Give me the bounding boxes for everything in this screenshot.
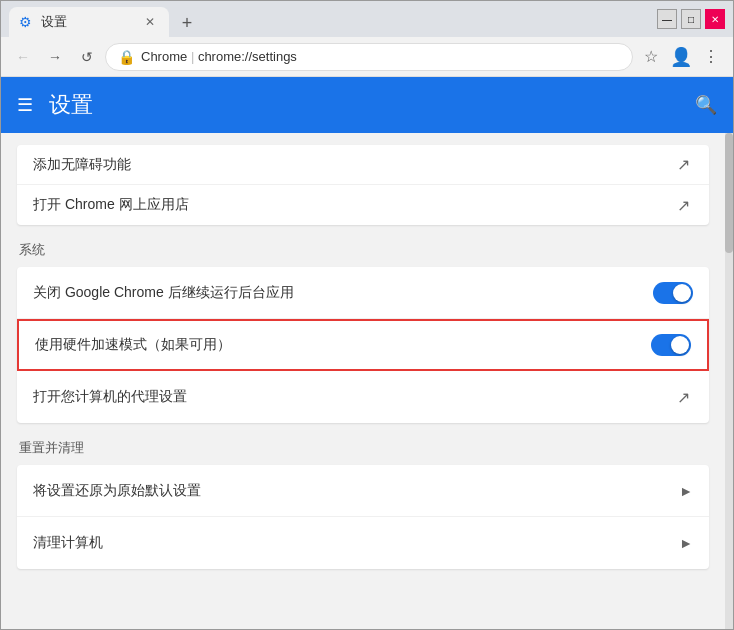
proxy-external-link: ↗ <box>673 387 693 407</box>
url-text: chrome://settings <box>198 49 297 64</box>
background-apps-text: 关闭 Google Chrome 后继续运行后台应用 <box>33 284 653 302</box>
system-section-label: 系统 <box>17 241 709 259</box>
omnibox-security-icon: 🔒 <box>118 49 135 65</box>
window-controls: — □ ✕ <box>657 9 725 29</box>
menu-button[interactable]: ⋮ <box>697 43 725 71</box>
cleanup-computer-text: 清理计算机 <box>33 534 679 552</box>
account-icon: 👤 <box>670 46 692 68</box>
add-accessibility-row[interactable]: 添加无障碍功能 ↗ <box>17 145 709 185</box>
open-webstore-text: 打开 Chrome 网上应用店 <box>33 196 673 214</box>
restore-defaults-row[interactable]: 将设置还原为原始默认设置 ► <box>17 465 709 517</box>
reload-icon: ↺ <box>81 49 93 65</box>
active-tab[interactable]: ⚙ 设置 ✕ <box>9 7 169 37</box>
new-tab-button[interactable]: + <box>173 9 201 37</box>
content-wrapper: 添加无障碍功能 ↗ 打开 Chrome 网上应用店 ↗ 系统 关闭 Google… <box>1 133 733 629</box>
cleanup-chevron: ► <box>679 535 693 551</box>
toggle-thumb-2 <box>671 336 689 354</box>
hardware-accel-toggle[interactable] <box>651 334 691 356</box>
omnibox[interactable]: 🔒 Chrome | chrome://settings <box>105 43 633 71</box>
restore-defaults-text: 将设置还原为原始默认设置 <box>33 482 679 500</box>
close-button[interactable]: ✕ <box>705 9 725 29</box>
hardware-accel-toggle-wrapper <box>651 334 691 356</box>
proxy-external-link-icon: ↗ <box>673 387 693 407</box>
cleanup-computer-row[interactable]: 清理计算机 ► <box>17 517 709 569</box>
chevron-right-icon: ► <box>679 483 693 499</box>
star-icon: ☆ <box>644 47 658 66</box>
scrollbar-thumb[interactable] <box>725 133 733 253</box>
open-webstore-row[interactable]: 打开 Chrome 网上应用店 ↗ <box>17 185 709 225</box>
hamburger-icon[interactable]: ☰ <box>17 94 33 116</box>
proxy-settings-row[interactable]: 打开您计算机的代理设置 ↗ <box>17 371 709 423</box>
external-link-icon-2: ↗ <box>673 195 693 215</box>
forward-button[interactable]: → <box>41 43 69 71</box>
add-accessibility-text: 添加无障碍功能 <box>33 156 673 174</box>
reset-card: 将设置还原为原始默认设置 ► 清理计算机 ► <box>17 465 709 569</box>
reset-section-label: 重置并清理 <box>17 439 709 457</box>
title-bar: ⚙ 设置 ✕ + — □ ✕ <box>1 1 733 37</box>
tab-favicon: ⚙ <box>19 14 35 30</box>
toolbar-right: ☆ 👤 ⋮ <box>637 43 725 71</box>
background-apps-toggle[interactable] <box>653 282 693 304</box>
maximize-button[interactable]: □ <box>681 9 701 29</box>
tab-close-button[interactable]: ✕ <box>141 13 159 31</box>
browser-window: ⚙ 设置 ✕ + — □ ✕ ← → ↺ 🔒 Chrome | chr <box>0 0 734 630</box>
reload-button[interactable]: ↺ <box>73 43 101 71</box>
background-apps-toggle-wrapper <box>653 282 693 304</box>
account-button[interactable]: 👤 <box>667 43 695 71</box>
external-link-icon: ↗ <box>673 155 693 175</box>
back-icon: ← <box>16 49 30 65</box>
proxy-settings-text: 打开您计算机的代理设置 <box>33 388 673 406</box>
accessibility-card: 添加无障碍功能 ↗ 打开 Chrome 网上应用店 ↗ <box>17 145 709 225</box>
hardware-accel-text: 使用硬件加速模式（如果可用） <box>35 336 651 354</box>
url-separator: | <box>191 49 198 64</box>
forward-icon: → <box>48 49 62 65</box>
menu-icon: ⋮ <box>703 47 719 66</box>
scrollbar-track[interactable] <box>725 133 733 629</box>
bookmark-button[interactable]: ☆ <box>637 43 665 71</box>
chevron-right-icon-2: ► <box>679 535 693 551</box>
minimize-button[interactable]: — <box>657 9 677 29</box>
page-header: ☰ 设置 🔍 <box>1 77 733 133</box>
omnibox-url: Chrome | chrome://settings <box>141 49 297 64</box>
system-card: 关闭 Google Chrome 后继续运行后台应用 使用硬件加速模式（如果可用… <box>17 267 709 423</box>
brand-text: Chrome <box>141 49 187 64</box>
hardware-accel-row[interactable]: 使用硬件加速模式（如果可用） <box>17 319 709 371</box>
background-apps-row[interactable]: 关闭 Google Chrome 后继续运行后台应用 <box>17 267 709 319</box>
address-bar: ← → ↺ 🔒 Chrome | chrome://settings ☆ 👤 ⋮ <box>1 37 733 77</box>
restore-defaults-chevron: ► <box>679 483 693 499</box>
search-icon[interactable]: 🔍 <box>695 94 717 116</box>
back-button[interactable]: ← <box>9 43 37 71</box>
page-title: 设置 <box>49 90 695 120</box>
tab-title: 设置 <box>41 13 135 31</box>
settings-content: 添加无障碍功能 ↗ 打开 Chrome 网上应用店 ↗ 系统 关闭 Google… <box>1 133 725 629</box>
toggle-thumb <box>673 284 691 302</box>
tab-strip: ⚙ 设置 ✕ + <box>9 1 657 37</box>
